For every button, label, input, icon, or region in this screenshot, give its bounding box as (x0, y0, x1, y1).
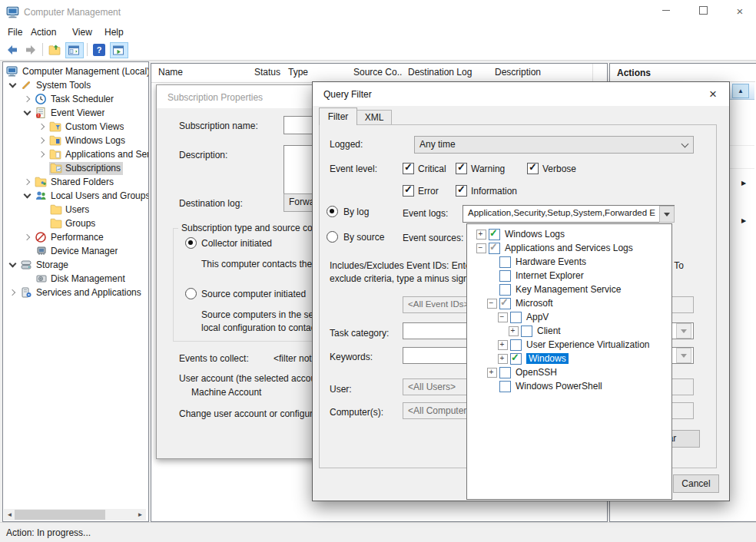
minimize-button[interactable] (655, 5, 678, 20)
chevron-expanded-icon[interactable] (7, 79, 20, 91)
chevron-collapsed-icon[interactable] (22, 93, 35, 105)
warning-checkbox[interactable] (456, 163, 467, 174)
help-button[interactable]: ? (91, 42, 107, 58)
tree-horizontal-scrollbar[interactable]: ◄ ► (4, 509, 146, 521)
logged-combo[interactable]: Any time (414, 136, 694, 154)
tree-item-storage[interactable]: Storage (3, 258, 149, 272)
dropdown-item-internet-explorer[interactable]: Internet Explorer (467, 269, 671, 283)
dropdown-item-microsoft[interactable]: Microsoft (467, 296, 671, 310)
column-header-name[interactable]: Name (151, 64, 249, 81)
scrollbar-thumb[interactable] (15, 510, 105, 520)
chevron-collapsed-icon[interactable] (36, 134, 49, 147)
keywords-dropdown-button[interactable] (676, 348, 691, 363)
tree-item-local-users-and-groups[interactable]: Local Users and Groups (3, 189, 149, 203)
chevron-collapsed-icon[interactable] (7, 286, 20, 299)
unchecked-checkbox[interactable] (510, 312, 522, 323)
chevron-collapsed-icon[interactable] (22, 231, 35, 243)
dropdown-item-openssh[interactable]: OpenSSH (467, 365, 671, 379)
show-hide-console-tree-button[interactable] (65, 42, 84, 58)
error-checkbox[interactable] (403, 185, 414, 197)
tree-item-groups[interactable]: Groups (3, 216, 149, 230)
source-computer-initiated-radio[interactable] (185, 288, 197, 299)
dropdown-item-applications-services-logs[interactable]: Applications and Services Logs (467, 241, 671, 255)
verbose-checkbox[interactable] (527, 163, 539, 174)
column-header-description[interactable]: Description (489, 64, 593, 81)
tree-item-system-tools[interactable]: System Tools (3, 78, 149, 92)
scroll-left-arrow-icon[interactable]: ◄ (4, 511, 15, 518)
by-log-radio[interactable] (327, 206, 338, 217)
cancel-button[interactable]: Cancel (673, 474, 719, 493)
chevron-expanded-icon[interactable] (22, 190, 35, 202)
menu-view[interactable]: View (68, 25, 97, 39)
dropdown-item-windows-logs[interactable]: Windows Logs (467, 227, 671, 241)
expand-plus-icon[interactable] (509, 326, 519, 336)
export-list-button[interactable] (47, 42, 62, 58)
maximize-button[interactable] (691, 5, 715, 20)
dropdown-item-client[interactable]: Client (467, 324, 671, 338)
menu-action[interactable]: Action (26, 25, 61, 39)
unchecked-checkbox[interactable] (521, 326, 532, 337)
dropdown-item-user-experience-virtualization[interactable]: User Experience Virtualization (467, 338, 671, 352)
unchecked-checkbox[interactable] (499, 367, 511, 378)
expand-plus-icon[interactable] (476, 230, 486, 240)
submenu-arrow-icon[interactable]: ▶ (741, 180, 746, 187)
event-logs-dropdown-button[interactable] (659, 206, 675, 223)
unchecked-checkbox[interactable] (499, 284, 511, 296)
chevron-collapsed-icon[interactable] (22, 176, 35, 188)
chevron-expanded-icon[interactable] (7, 259, 20, 271)
submenu-arrow-icon[interactable]: ▶ (741, 217, 746, 224)
close-icon[interactable]: × (701, 84, 724, 104)
column-header-status[interactable]: Status (248, 64, 284, 81)
information-checkbox[interactable] (456, 185, 467, 197)
tree-item-services-and-applications[interactable]: Services and Applications (3, 286, 149, 299)
close-button[interactable]: × (728, 5, 751, 20)
event-logs-combo[interactable]: Application,Security,Setup,System,Forwar… (463, 205, 675, 223)
checked-checkbox[interactable] (510, 353, 522, 365)
column-header-destination-log[interactable]: Destination Log (402, 64, 489, 81)
dropdown-item-hardware-events[interactable]: Hardware Events (467, 255, 671, 269)
expand-plus-icon[interactable] (498, 354, 508, 364)
tree-item-task-scheduler[interactable]: Task Scheduler (3, 92, 149, 106)
tree-item-disk-management[interactable]: Disk Management (3, 272, 149, 286)
critical-checkbox[interactable] (403, 163, 414, 174)
forward-button[interactable] (23, 42, 38, 58)
menu-help[interactable]: Help (100, 25, 128, 39)
tree-item-users[interactable]: Users (3, 203, 149, 216)
dropdown-item-key-management-service[interactable]: Key Management Service (467, 283, 671, 296)
by-source-radio[interactable] (327, 231, 338, 243)
menu-file[interactable]: File (3, 25, 27, 39)
tree-item-windows-logs[interactable]: Windows Logs (3, 134, 149, 147)
collapse-minus-icon[interactable] (498, 312, 508, 322)
tree-item-performance[interactable]: Performance (3, 230, 149, 244)
tree-item-device-manager[interactable]: Device Manager (3, 244, 149, 258)
column-header-source-computers[interactable]: Source Co... (348, 64, 403, 81)
tree-item-custom-views[interactable]: Custom Views (3, 120, 149, 134)
tree-item-event-viewer[interactable]: ! Event Viewer (3, 106, 149, 120)
show-hide-action-pane-button[interactable] (110, 42, 128, 58)
collapse-section-arrow-icon[interactable]: ▲ (732, 84, 749, 98)
unchecked-checkbox[interactable] (510, 339, 522, 351)
dropdown-item-windows[interactable]: Windows (467, 352, 671, 365)
back-button[interactable] (5, 42, 20, 58)
tree-item-subscriptions[interactable]: Subscriptions (3, 161, 149, 175)
tree-item-computer-management[interactable]: Computer Management (Local) (3, 64, 149, 78)
dropdown-item-windows-powershell[interactable]: Windows PowerShell (467, 379, 671, 393)
scroll-right-arrow-icon[interactable]: ► (134, 511, 146, 518)
unchecked-checkbox[interactable] (499, 256, 511, 268)
mixed-checkbox[interactable] (489, 243, 500, 254)
tab-xml[interactable]: XML (356, 110, 392, 125)
chevron-expanded-icon[interactable] (22, 107, 35, 119)
collapse-minus-icon[interactable] (476, 243, 486, 253)
expand-plus-icon[interactable] (487, 368, 497, 378)
tree-item-applications-and-services[interactable]: Applications and Serv (3, 147, 149, 161)
chevron-collapsed-icon[interactable] (36, 121, 49, 133)
checked-checkbox[interactable] (489, 229, 500, 240)
chevron-collapsed-icon[interactable] (36, 148, 49, 160)
tab-filter[interactable]: Filter (319, 107, 357, 125)
unchecked-checkbox[interactable] (499, 381, 511, 392)
mixed-checkbox[interactable] (499, 298, 511, 309)
unchecked-checkbox[interactable] (499, 270, 511, 282)
change-account-link-line[interactable]: Change user account or configure a (179, 408, 326, 419)
collapse-minus-icon[interactable] (487, 299, 497, 309)
dropdown-item-appv[interactable]: AppV (467, 310, 671, 324)
